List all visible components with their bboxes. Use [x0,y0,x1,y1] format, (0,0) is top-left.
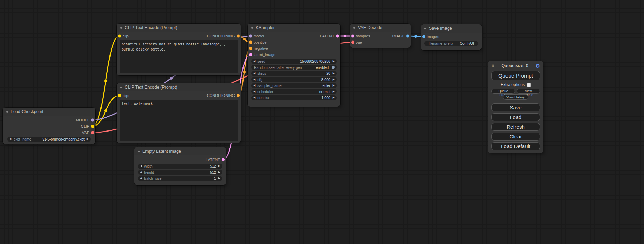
queue-prompt-button[interactable]: Queue Prompt [491,71,540,80]
output-socket-latent[interactable] [222,158,225,161]
decrement-arrow-icon[interactable]: ◀ [253,84,255,87]
increment-arrow-icon[interactable]: ▶ [333,78,335,81]
collapse-dot-icon[interactable] [424,28,426,29]
input-socket-vae[interactable] [351,41,354,44]
collapse-dot-icon[interactable] [6,111,8,113]
node-title-bar[interactable]: Load Checkpoint [3,108,95,116]
widget-random-seed-toggle[interactable]: Random seed after every gen enabled [251,65,337,70]
negative-prompt-textarea[interactable]: text, watermark [120,100,238,141]
node-ksampler[interactable]: KSampler model LATENT positive negative … [248,24,340,107]
decrement-arrow-icon[interactable]: ◀ [140,171,142,174]
collapse-dot-icon[interactable] [120,87,122,88]
decrement-arrow-icon[interactable]: ◀ [9,138,11,141]
input-socket-clip[interactable] [118,94,121,97]
decrement-arrow-icon[interactable]: ◀ [140,165,142,168]
input-socket-images[interactable] [422,35,425,38]
node-title-bar[interactable]: CLIP Text Encode (Prompt) [117,24,241,32]
view-history-button[interactable]: View History [503,94,528,100]
widget-height[interactable]: ◀ height 512 ▶ [138,170,222,175]
positive-prompt-textarea[interactable]: beautiful scenery nature glass bottle la… [120,40,238,73]
decrement-arrow-icon[interactable]: ◀ [253,60,255,63]
node-title-bar[interactable]: CLIP Text Encode (Prompt) [117,83,241,91]
widget-batch-size[interactable]: ◀ batch_size 1 ▶ [138,176,222,181]
node-clip-text-encode-positive[interactable]: CLIP Text Encode (Prompt) clip CONDITION… [117,24,241,75]
widget-cfg[interactable]: ◀ cfg 8.000 ▶ [251,77,337,82]
view-queue-button[interactable]: View Queue [517,89,540,94]
widget-width[interactable]: ◀ width 512 ▶ [138,164,222,169]
node-vae-decode[interactable]: VAE Decode samples IMAGE vae [350,24,411,48]
load-button[interactable]: Load [491,113,540,121]
increment-arrow-icon[interactable]: ▶ [218,165,220,168]
input-socket-clip[interactable] [118,35,121,38]
widget-ckpt-name[interactable]: ◀ ckpt_name v1-5-pruned-emaonly.ckpt ▶ [7,137,91,142]
output-socket-model[interactable] [91,119,94,122]
queue-front-button[interactable]: Queue Front [491,89,515,94]
output-socket-image[interactable] [406,35,409,38]
decrement-arrow-icon[interactable]: ◀ [253,72,255,75]
node-title: Empty Latent Image [142,149,181,154]
collapse-dot-icon[interactable] [138,151,140,152]
refresh-button[interactable]: Refresh [491,123,540,131]
widget-value: 1 [214,176,216,180]
slot-row: clip CONDITIONING [117,33,241,39]
widget-label: height [144,170,154,174]
increment-arrow-icon[interactable]: ▶ [333,84,335,87]
load-default-button[interactable]: Load Default [491,142,540,150]
increment-arrow-icon[interactable]: ▶ [218,171,220,174]
decrement-arrow-icon[interactable]: ◀ [253,90,255,93]
increment-arrow-icon[interactable]: ▶ [333,72,335,75]
increment-arrow-icon[interactable]: ▶ [333,60,335,63]
collapse-dot-icon[interactable] [353,27,355,29]
drag-handle-icon[interactable]: ⠿ [491,63,494,68]
save-button[interactable]: Save [491,103,540,111]
node-title-bar[interactable]: Empty Latent Image [134,147,226,155]
increment-arrow-icon[interactable]: ▶ [333,90,335,93]
node-save-image[interactable]: Save Image images filename_prefix ComfyU… [421,24,482,50]
node-title-bar[interactable]: VAE Decode [350,24,411,32]
node-title-bar[interactable]: KSampler [248,24,340,32]
slot-row: VAE [3,129,95,136]
decrement-arrow-icon[interactable]: ◀ [253,78,255,81]
widget-denoise[interactable]: ◀ denoise 1.000 ▶ [251,95,337,100]
node-title-bar[interactable]: Save Image [421,24,482,33]
output-socket-clip[interactable] [91,125,94,128]
widget-sampler-name[interactable]: ◀ sampler_name euler ▶ [251,83,337,88]
widget-filename-prefix[interactable]: filename_prefix ComfyUI [424,41,478,46]
input-socket-latent-image[interactable] [249,53,252,56]
toggle-knob-icon[interactable] [332,66,335,69]
node-load-checkpoint[interactable]: Load Checkpoint MODEL CLIP VAE ◀ ckpt_na… [3,108,95,144]
wire-midpoint-dot [344,35,346,37]
output-socket-vae[interactable] [91,131,94,134]
widget-steps[interactable]: ◀ steps 20 ▶ [251,71,337,76]
collapse-dot-icon[interactable] [120,27,122,29]
extra-options-checkbox[interactable] [527,83,531,87]
node-title: Save Image [429,26,452,31]
widget-scheduler[interactable]: ◀ scheduler normal ▶ [251,89,337,94]
increment-arrow-icon[interactable]: ▶ [87,138,89,141]
node-empty-latent-image[interactable]: Empty Latent Image LATENT ◀ width 512 ▶ … [134,147,226,185]
output-socket-conditioning[interactable] [237,35,240,38]
queue-panel[interactable]: ⠿ Queue size: 0 ⚙ Queue Prompt Extra opt… [488,61,543,153]
input-socket-positive[interactable] [249,41,252,44]
input-socket-negative[interactable] [249,47,252,50]
slot-row: negative [248,45,340,52]
settings-gear-icon[interactable]: ⚙ [536,63,540,69]
decrement-arrow-icon[interactable]: ◀ [140,177,142,180]
output-socket-latent[interactable] [336,35,339,38]
widget-label: ckpt_name [14,137,31,141]
increment-arrow-icon[interactable]: ▶ [333,96,335,99]
input-socket-model[interactable] [249,35,252,38]
node-clip-text-encode-negative[interactable]: CLIP Text Encode (Prompt) clip CONDITION… [117,83,241,143]
increment-arrow-icon[interactable]: ▶ [218,177,220,180]
decrement-arrow-icon[interactable]: ◀ [253,96,255,99]
input-socket-samples[interactable] [351,35,354,38]
collapse-dot-icon[interactable] [251,27,253,29]
widget-label: Random seed after every gen [254,65,302,70]
output-socket-conditioning[interactable] [237,94,240,97]
widget-label: batch_size [144,176,161,180]
clear-button[interactable]: Clear [491,133,540,141]
widget-label: filename_prefix [429,41,453,45]
widget-label: steps [257,71,266,75]
widget-seed[interactable]: ◀ seed 156680208700286 ▶ [251,59,337,64]
slot-row: vae [350,39,411,45]
